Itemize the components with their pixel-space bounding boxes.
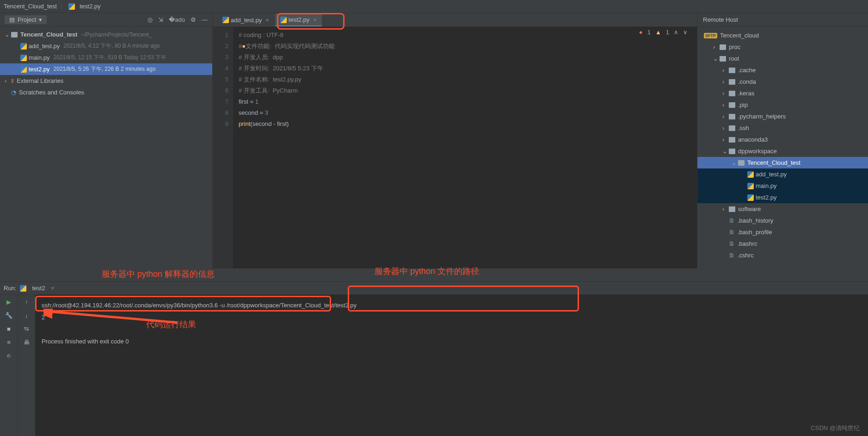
tab-test2[interactable]: test2.py × bbox=[275, 13, 322, 26]
project-label: Project bbox=[18, 16, 36, 23]
tree-file[interactable]: main.py 2021/8/5, 12:15 下午, 519 B Today … bbox=[0, 52, 212, 63]
tree-project-root[interactable]: ⌄ Tencent_Cloud_test ~/PycharmProjects/T… bbox=[0, 29, 212, 40]
error-icon[interactable]: ● bbox=[639, 29, 643, 36]
breadcrumb-file[interactable]: test2.py bbox=[80, 3, 101, 10]
remote-tree-item[interactable]: ›.cache bbox=[697, 64, 868, 76]
warning-icon[interactable]: ▲ bbox=[655, 29, 661, 36]
close-icon[interactable]: × bbox=[51, 285, 55, 292]
settings-icon[interactable]: ⚙ bbox=[191, 16, 196, 23]
chevron-icon: › bbox=[722, 101, 729, 108]
remote-tree-item[interactable]: 🗎.bash_history bbox=[697, 215, 868, 226]
breadcrumb-root[interactable]: Tencent_Cloud_test bbox=[4, 3, 57, 10]
expand-icon[interactable]: ⇲ bbox=[158, 16, 163, 23]
remote-tree-item[interactable]: test2.py bbox=[697, 192, 868, 203]
up-icon[interactable]: ↑ bbox=[25, 299, 28, 305]
folder-icon bbox=[729, 137, 735, 143]
wrench-icon[interactable]: 🔧 bbox=[5, 312, 12, 319]
chevron-icon: › bbox=[722, 78, 729, 85]
inspection-bar[interactable]: ●1 ▲1 ∧ ∨ bbox=[639, 29, 688, 36]
python-icon bbox=[20, 55, 27, 61]
remote-item-label: .keras bbox=[738, 90, 754, 97]
python-icon bbox=[20, 285, 26, 292]
remote-tree-item[interactable]: ›software bbox=[697, 203, 868, 215]
editor-area: add_test.py × test2.py × 123456789 # cod… bbox=[213, 13, 697, 268]
tree-external-libs[interactable]: › ⫴ External Libraries bbox=[0, 75, 212, 87]
folder-icon bbox=[11, 32, 18, 37]
console-output[interactable]: ssh://root@42.194.192.46:22/root/.conda/… bbox=[35, 295, 868, 436]
python-icon bbox=[68, 3, 75, 10]
project-root-path: ~/PycharmProjects/Tencent_ bbox=[81, 31, 152, 38]
code-content[interactable]: # coding : UTF-8 #●文件功能: 代码实现代码测试功能 # 开发… bbox=[233, 27, 697, 268]
project-selector[interactable]: ▤ Project ▾ bbox=[5, 15, 47, 24]
remote-tree-item[interactable]: add_test.py bbox=[697, 168, 868, 180]
folder-icon bbox=[729, 68, 735, 73]
file-name: main.py bbox=[29, 54, 50, 61]
locate-icon[interactable]: ◎ bbox=[148, 16, 153, 23]
tab-label: add_test.py bbox=[231, 17, 262, 24]
stop-icon[interactable]: ■ bbox=[7, 325, 11, 332]
python-icon bbox=[20, 43, 27, 50]
code-editor[interactable]: 123456789 # coding : UTF-8 #●文件功能: 代码实现代… bbox=[213, 27, 697, 268]
file-meta: 2021/8/5, 12:15 下午, 519 B Today 12:53 下午 bbox=[54, 54, 167, 62]
prev-icon[interactable]: ∧ bbox=[674, 29, 678, 36]
python-icon bbox=[747, 183, 754, 189]
run-label: Run: bbox=[4, 285, 16, 292]
remote-tree-item[interactable]: ›.pip bbox=[697, 99, 868, 111]
remote-tree-item[interactable]: ⌄dppworkspace bbox=[697, 145, 868, 157]
folder-icon bbox=[729, 114, 735, 119]
chevron-down-icon: ⌄ bbox=[5, 31, 11, 38]
chevron-right-icon: › bbox=[5, 77, 11, 84]
remote-tree-item[interactable]: 🗎.bashrc bbox=[697, 238, 868, 249]
run-toolbar-left: ▶ 🔧 ■ ≡ ⎋ bbox=[0, 295, 18, 436]
remote-item-label: proc bbox=[729, 44, 740, 50]
python-icon bbox=[747, 171, 754, 178]
remote-item-label: .pip bbox=[738, 101, 748, 108]
remote-tree-item[interactable]: ›.ssh bbox=[697, 122, 868, 134]
folder-icon bbox=[738, 160, 745, 166]
remote-tree-item[interactable]: ›proc bbox=[697, 41, 868, 53]
wrap-icon[interactable]: ⇆ bbox=[24, 325, 29, 332]
remote-tree-item[interactable]: 🗎.bash_profile bbox=[697, 226, 868, 238]
remote-tree-item[interactable]: main.py bbox=[697, 180, 868, 192]
tab-add-test[interactable]: add_test.py × bbox=[217, 13, 274, 26]
tree-file-selected[interactable]: test2.py 2021/8/5, 5:26 下午, 226 B 2 minu… bbox=[0, 63, 212, 75]
remote-tree-item[interactable]: ›anaconda3 bbox=[697, 134, 868, 145]
remote-item-label: main.py bbox=[756, 182, 777, 189]
project-sidebar: ▤ Project ▾ ◎ ⇲ �ado ⚙ — ⌄ Tencent_Cloud… bbox=[0, 13, 213, 268]
remote-item-label: add_test.py bbox=[756, 171, 787, 178]
collapse-icon[interactable]: �ado bbox=[169, 16, 185, 23]
run-header: Run: test2 × bbox=[0, 282, 868, 295]
remote-item-label: .conda bbox=[738, 78, 756, 85]
python-icon bbox=[280, 17, 287, 23]
remote-tree: SFTP Tencent_cloud ›proc⌄root›.cache›.co… bbox=[697, 27, 868, 264]
chevron-icon: ⌄ bbox=[732, 159, 738, 166]
hide-icon[interactable]: — bbox=[202, 16, 208, 23]
chevron-icon: ⌄ bbox=[722, 148, 729, 155]
folder-icon bbox=[729, 149, 735, 154]
down-icon[interactable]: ↓ bbox=[25, 312, 28, 319]
remote-tree-item[interactable]: ›.pycharm_helpers bbox=[697, 111, 868, 122]
remote-tree-item[interactable]: ⌄root bbox=[697, 53, 868, 64]
breadcrumb: Tencent_Cloud_test 〉 test2.py bbox=[0, 0, 868, 13]
breadcrumb-sep: 〉 bbox=[60, 2, 66, 11]
chevron-icon: › bbox=[722, 67, 729, 74]
remote-tree-item[interactable]: ›.keras bbox=[697, 87, 868, 99]
file-meta: 2021/8/5, 4:12 下午, 80 B A minute ago bbox=[63, 42, 160, 50]
chevron-down-icon: ▾ bbox=[39, 16, 42, 23]
close-icon[interactable]: × bbox=[265, 17, 269, 24]
project-icon: ▤ bbox=[9, 16, 15, 23]
layout-icon[interactable]: ≡ bbox=[7, 339, 11, 346]
exit-icon[interactable]: ⎋ bbox=[7, 352, 11, 359]
tree-scratches[interactable]: ◔ Scratches and Consoles bbox=[0, 87, 212, 98]
next-icon[interactable]: ∨ bbox=[683, 29, 688, 36]
remote-tree-item[interactable]: 🗎.cshrc bbox=[697, 249, 868, 261]
run-config-name[interactable]: test2 bbox=[32, 285, 45, 292]
remote-tree-item[interactable]: ⌄Tencent_Cloud_test bbox=[697, 157, 868, 168]
remote-tree-item[interactable]: ›.conda bbox=[697, 76, 868, 87]
print-icon[interactable]: 🖶 bbox=[24, 339, 30, 346]
close-icon[interactable]: × bbox=[313, 16, 317, 23]
ext-lib-label: External Libraries bbox=[17, 77, 63, 84]
remote-host-node[interactable]: SFTP Tencent_cloud bbox=[697, 30, 868, 41]
rerun-icon[interactable]: ▶ bbox=[6, 299, 11, 305]
tree-file[interactable]: add_test.py 2021/8/5, 4:12 下午, 80 B A mi… bbox=[0, 40, 212, 52]
